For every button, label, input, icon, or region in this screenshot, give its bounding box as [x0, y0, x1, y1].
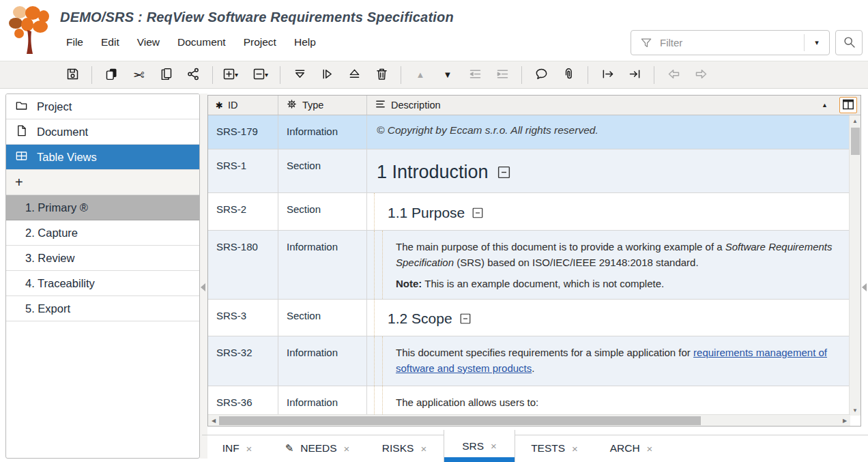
column-header-id[interactable]: ✱ ID [208, 96, 278, 115]
indent-guide [382, 336, 383, 386]
close-icon[interactable]: × [246, 443, 252, 454]
expand-next-button[interactable] [313, 64, 341, 86]
tab-tests[interactable]: TESTS × [515, 430, 594, 462]
table-row[interactable]: SRS-179 Information © Copyright by Eccam… [208, 115, 860, 149]
add-dropdown-caret[interactable]: ▾ [235, 71, 244, 78]
save-button[interactable] [59, 64, 86, 86]
tab-inf[interactable]: INF × [205, 430, 270, 462]
cell-type: Information [278, 231, 366, 299]
cell-description: 1 Introduction [366, 149, 860, 192]
cell-description: © Copyright by Eccam s.r.o. All rights r… [366, 115, 860, 149]
cell-type: Section [278, 193, 366, 230]
menu-help[interactable]: Help [288, 34, 322, 50]
comment-bubble-icon [534, 67, 549, 83]
paste-button[interactable] [152, 64, 179, 86]
indent-button[interactable] [489, 64, 516, 86]
hollow-arrow-right-icon [694, 67, 708, 83]
vertical-scroll-thumb[interactable] [851, 128, 860, 155]
scroll-up-icon[interactable]: ▲ [850, 115, 860, 126]
share-icon [186, 67, 201, 83]
column-header-description[interactable]: Description [366, 96, 860, 115]
menu-project[interactable]: Project [237, 34, 283, 50]
outdent-button[interactable] [461, 64, 489, 86]
close-icon[interactable]: × [420, 443, 426, 454]
sidebar-item-document[interactable]: Document [6, 119, 199, 145]
lines-icon [375, 98, 386, 112]
scroll-left-icon[interactable]: ◀ [208, 418, 219, 424]
collapse-section-icon[interactable] [497, 165, 511, 179]
filter-box: ▾ [631, 30, 830, 55]
tab-arch[interactable]: ARCH × [594, 430, 669, 462]
link-out-button[interactable] [594, 64, 621, 86]
tab-needs[interactable]: ✎ NEEDS × [270, 430, 365, 462]
close-icon[interactable]: × [572, 443, 578, 454]
scroll-down-icon[interactable]: ▼ [850, 405, 860, 416]
column-settings-button[interactable] [840, 98, 856, 113]
menu-file[interactable]: File [60, 34, 89, 50]
sidebar-item-project[interactable]: Project [6, 94, 199, 119]
column-header-type[interactable]: Type [278, 96, 366, 115]
main-toolbar: ✂ ▾ ▾ ▲ ▼ [0, 61, 868, 89]
indent-guide [374, 336, 375, 386]
filter-dropdown-button[interactable]: ▾ [805, 38, 829, 47]
add-view-button[interactable]: + [6, 170, 199, 195]
view-item-traceability[interactable]: 4. Traceability [6, 271, 199, 296]
copy-button[interactable] [98, 64, 125, 86]
search-button[interactable] [835, 30, 863, 55]
right-splitter[interactable] [861, 93, 868, 459]
horizontal-scrollbar[interactable]: ◀ ▶ [208, 414, 850, 426]
link-in-button[interactable] [621, 64, 648, 86]
collapse-right-panel-icon[interactable] [862, 283, 867, 291]
menu-document[interactable]: Document [171, 34, 232, 50]
table-icon [15, 149, 28, 165]
table-row[interactable]: SRS-180 Information The main purpose of … [208, 231, 860, 300]
view-item-export[interactable]: 5. Export [6, 296, 199, 321]
indent-icon [495, 67, 510, 83]
horizontal-scroll-thumb[interactable] [219, 416, 701, 425]
view-item-review[interactable]: 3. Review [6, 246, 199, 271]
forward-button[interactable] [687, 64, 714, 86]
indent-guide [374, 193, 375, 230]
table-row[interactable]: SRS-2 Section 1.1 Purpose [208, 193, 860, 231]
collapse-section-icon[interactable] [472, 207, 484, 219]
table-row[interactable]: SRS-32 Information This document specifi… [208, 336, 860, 386]
toolbar-separator [91, 66, 92, 84]
tab-risks[interactable]: RISKS × [365, 430, 444, 462]
move-down-button[interactable]: ▼ [434, 64, 461, 86]
vertical-scrollbar[interactable]: ▲ ▼ [849, 115, 860, 416]
collapse-section-icon[interactable] [459, 313, 472, 325]
filter-input[interactable] [660, 37, 804, 48]
view-item-capture[interactable]: 2. Capture [6, 220, 199, 246]
cell-type: Information [278, 386, 366, 416]
collapse-sidebar-icon[interactable] [201, 283, 205, 291]
back-button[interactable] [660, 64, 687, 86]
table-row[interactable]: SRS-3 Section 1.2 Scope [208, 300, 860, 336]
close-icon[interactable]: × [344, 443, 350, 454]
share-button[interactable] [179, 64, 207, 86]
sidebar-splitter[interactable] [200, 93, 207, 459]
close-icon[interactable]: × [491, 440, 497, 452]
sort-ascending-icon[interactable]: ▲ [822, 102, 828, 109]
close-icon[interactable]: × [647, 443, 653, 454]
clipboard-icon [159, 67, 173, 83]
toolbar-separator [280, 66, 280, 84]
sidebar-item-table-views[interactable]: Table Views [6, 145, 199, 170]
cut-button[interactable]: ✂ [125, 64, 152, 86]
tab-srs[interactable]: SRS × [444, 430, 515, 462]
table-row[interactable]: SRS-36 Information The application allow… [208, 386, 860, 416]
collapse-all-button[interactable] [286, 64, 313, 86]
eject-button[interactable] [341, 64, 368, 86]
attachment-button[interactable] [555, 64, 582, 86]
view-item-primary[interactable]: 1. Primary ® [6, 195, 199, 220]
description-text: The main purpose of this document is to … [396, 241, 725, 252]
floppy-icon [66, 67, 80, 83]
move-up-button[interactable]: ▲ [407, 64, 434, 86]
table-row[interactable]: SRS-1 Section 1 Introduction [208, 149, 860, 193]
scroll-right-icon[interactable]: ▶ [839, 418, 850, 424]
menu-view[interactable]: View [131, 34, 166, 50]
comment-button[interactable] [527, 64, 555, 86]
delete-button[interactable] [368, 64, 395, 86]
remove-dropdown-caret[interactable]: ▾ [265, 71, 274, 78]
menu-edit[interactable]: Edit [95, 34, 126, 50]
table-body: SRS-179 Information © Copyright by Eccam… [208, 115, 860, 416]
